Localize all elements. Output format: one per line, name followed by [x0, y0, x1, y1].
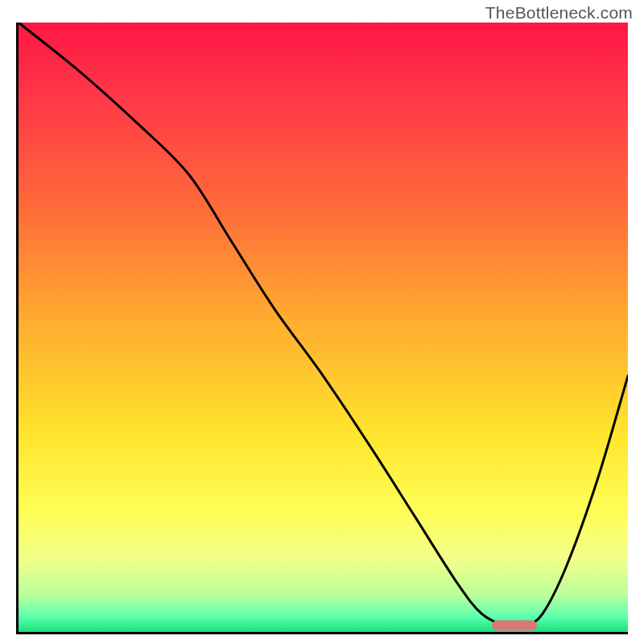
optimal-marker: [492, 620, 537, 630]
bottleneck-curve: [19, 23, 628, 632]
watermark-text: TheBottleneck.com: [485, 3, 633, 23]
plot-area: [16, 23, 628, 634]
